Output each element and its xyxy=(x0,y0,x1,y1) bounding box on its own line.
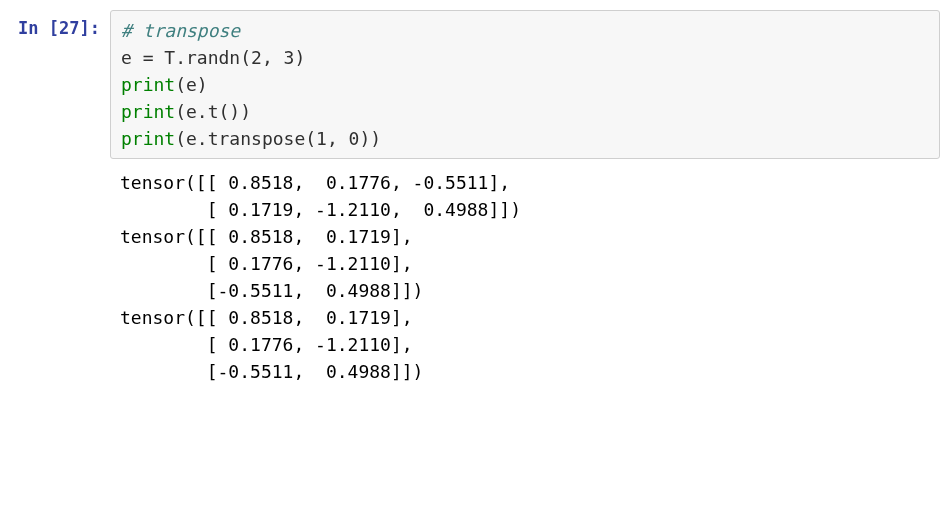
code-output: tensor([[ 0.8518, 0.1776, -0.5511], [ 0.… xyxy=(110,163,940,391)
code-text: (e) xyxy=(175,74,208,95)
code-text: (e.t()) xyxy=(175,101,251,122)
output-prompt-spacer xyxy=(10,163,110,169)
input-cell: In [27]: # transpose e = T.randn(2, 3) p… xyxy=(10,10,940,159)
code-builtin: print xyxy=(121,74,175,95)
code-line: e = T.randn(2, 3) xyxy=(121,47,305,68)
prompt-number: [27]: xyxy=(49,18,100,38)
code-builtin: print xyxy=(121,128,175,149)
code-input[interactable]: # transpose e = T.randn(2, 3) print(e) p… xyxy=(110,10,940,159)
code-comment: # transpose xyxy=(121,20,240,41)
input-prompt: In [27]: xyxy=(10,10,110,42)
output-cell: tensor([[ 0.8518, 0.1776, -0.5511], [ 0.… xyxy=(10,163,940,391)
prompt-label: In xyxy=(18,18,49,38)
code-text: (e.transpose(1, 0)) xyxy=(175,128,381,149)
code-builtin: print xyxy=(121,101,175,122)
